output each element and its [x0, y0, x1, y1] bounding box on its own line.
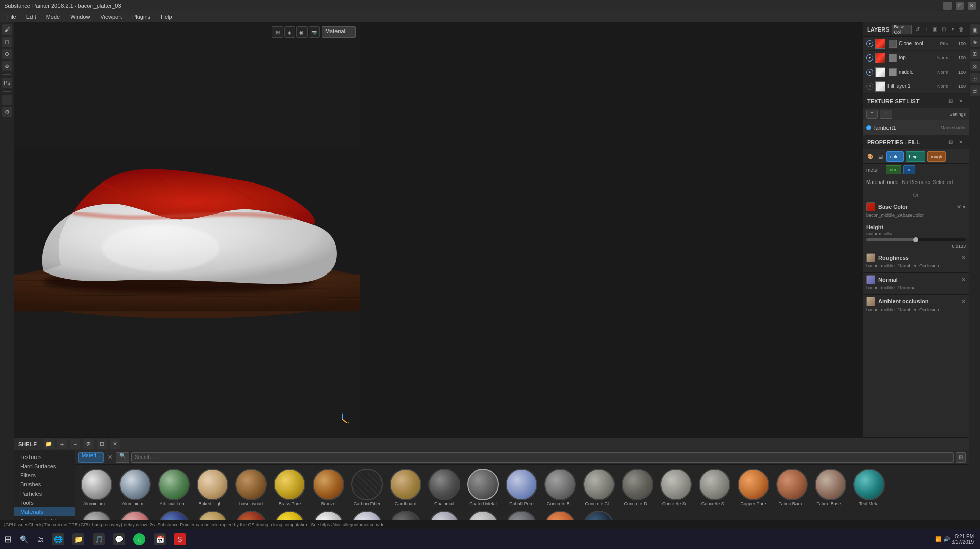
shelf-grid-toggle[interactable]: ⊞: [956, 452, 966, 463]
layer-top[interactable]: ● top Norm 100: [863, 51, 969, 65]
taskbar-app3[interactable]: 🎵: [88, 529, 109, 550]
menu-plugins[interactable]: Plugins: [127, 13, 156, 21]
layer-eye-fill[interactable]: ○: [866, 83, 873, 90]
menu-window[interactable]: Window: [65, 13, 95, 21]
material-item-4[interactable]: base_wood: [234, 469, 268, 507]
channel-rough-btn[interactable]: rough: [927, 151, 946, 162]
shelf-folder-icon[interactable]: 📁: [44, 439, 54, 449]
right-tool-3[interactable]: ⊞: [970, 49, 980, 59]
layer-fill-1[interactable]: ○ Fill layer 1 Norm 100: [863, 79, 969, 94]
ao-swatch[interactable]: [866, 297, 875, 306]
texset-remove-btn[interactable]: −: [880, 110, 892, 119]
texset-settings-btn[interactable]: Settings: [949, 112, 966, 117]
shelf-cat-hard-surfaces[interactable]: Hard Surfaces: [14, 462, 75, 471]
tool-select[interactable]: ⊕: [2, 49, 12, 59]
shelf-del-icon[interactable]: −: [70, 439, 80, 449]
props-color-icon[interactable]: 🎨: [866, 152, 874, 161]
material-item-11[interactable]: Cobalt Pure: [504, 469, 539, 507]
menu-edit[interactable]: Edit: [21, 13, 41, 21]
material-item-7[interactable]: Carbon Fiber: [350, 469, 384, 507]
base-color-close[interactable]: ✕ ▾: [957, 204, 966, 210]
viewport-snapshot-icon[interactable]: 📷: [309, 26, 320, 38]
shelf-filter-close[interactable]: ✕: [106, 453, 114, 462]
props-close-icon[interactable]: ✕: [957, 138, 965, 146]
tool-paint[interactable]: 🖌: [2, 24, 12, 35]
normal-close[interactable]: ✕: [961, 277, 966, 283]
right-tool-6[interactable]: ⊟: [970, 85, 980, 96]
right-tool-4[interactable]: ⊠: [970, 61, 980, 71]
channel-nrm-tag[interactable]: nrm: [886, 165, 901, 174]
tool-eraser[interactable]: ◻: [2, 37, 12, 47]
menu-mode[interactable]: Mode: [41, 13, 66, 21]
material-mode-dropdown[interactable]: Material: [322, 26, 356, 38]
props-height-icon[interactable]: ⬓: [876, 152, 884, 161]
shelf-add-icon[interactable]: +: [57, 439, 67, 449]
taskbar-spotify[interactable]: ♫: [129, 529, 149, 550]
texset-shader[interactable]: Main shader: [940, 125, 966, 130]
layer-clone-tool[interactable]: ● Clone_tool Pthr 100: [863, 37, 969, 51]
maximize-button[interactable]: □: [956, 2, 964, 10]
taskbar-app4[interactable]: 💬: [109, 529, 129, 550]
material-item-9[interactable]: Chainmail: [427, 469, 462, 507]
layers-effect-icon[interactable]: ✦: [949, 25, 956, 34]
base-color-swatch[interactable]: [866, 202, 875, 211]
layers-del-icon[interactable]: 🗑: [958, 25, 965, 34]
material-item-5[interactable]: Brass Pure: [272, 469, 307, 507]
close-button[interactable]: ✕: [968, 2, 976, 10]
taskbar-app5[interactable]: 📅: [149, 529, 170, 550]
roughness-close[interactable]: ✕: [961, 255, 966, 261]
tool-layers[interactable]: ≡: [2, 95, 12, 105]
material-item-19[interactable]: Fabric Base...: [813, 469, 848, 507]
viewport-light-icon[interactable]: ◉: [296, 26, 308, 38]
shelf-expand-icon[interactable]: ⊞: [97, 439, 107, 449]
layer-middle[interactable]: ● middle Norm 100: [863, 65, 969, 79]
tool-transform[interactable]: ✥: [2, 61, 12, 71]
shelf-filter-icon[interactable]: ⚗: [83, 439, 94, 449]
material-item-16[interactable]: Concrete S...: [697, 469, 732, 507]
material-item-12[interactable]: Concrete B...: [543, 469, 577, 507]
shelf-cat-filters[interactable]: Filters: [14, 471, 75, 480]
tool-settings[interactable]: ⚙: [2, 107, 12, 117]
menu-file[interactable]: File: [2, 13, 21, 21]
material-item-20[interactable]: Teal Metal: [852, 469, 886, 507]
texset-lambert1[interactable]: lambert1 Main shader: [863, 120, 969, 135]
shelf-cat-particles[interactable]: Particles: [14, 489, 75, 498]
material-item-13[interactable]: Concrete Cl...: [581, 469, 616, 507]
material-item-2[interactable]: Artificial Lea...: [157, 469, 191, 507]
texset-close-icon[interactable]: ✕: [957, 97, 965, 105]
material-item-15[interactable]: Concrete Si...: [659, 469, 693, 507]
material-item-8[interactable]: Cardboard: [388, 469, 423, 507]
shelf-close-icon[interactable]: ✕: [110, 439, 120, 449]
taskbar-explorer[interactable]: 📁: [68, 529, 88, 550]
shelf-cat-textures[interactable]: Textures: [14, 452, 75, 462]
material-item-1[interactable]: Aluminium ...: [118, 469, 152, 507]
taskbar-app6[interactable]: S: [170, 529, 190, 550]
layers-mask-icon[interactable]: ⊡: [940, 25, 947, 34]
material-item-6[interactable]: Bronze: [311, 469, 346, 507]
material-item-10[interactable]: Coated Metal: [466, 469, 500, 507]
base-col-dropdown[interactable]: Base Col: [892, 25, 912, 34]
props-expand-icon[interactable]: ⊞: [946, 138, 955, 146]
material-item-14[interactable]: Concrete D...: [620, 469, 655, 507]
taskbar-search[interactable]: 🔍: [16, 529, 33, 550]
layer-eye-middle[interactable]: ●: [866, 69, 873, 76]
ao-close[interactable]: ✕: [961, 298, 966, 305]
right-tool-1[interactable]: ▣: [970, 24, 980, 35]
channel-ao-tag[interactable]: ao: [903, 165, 915, 174]
minimize-button[interactable]: ─: [943, 2, 952, 10]
layers-folder-icon[interactable]: ▣: [932, 25, 938, 34]
shelf-search-icon[interactable]: 🔍: [116, 452, 129, 463]
layer-eye-clone[interactable]: ●: [866, 40, 873, 47]
material-item-0[interactable]: Aluminium ...: [79, 469, 114, 507]
shelf-filter-materi[interactable]: Materi...: [78, 452, 104, 463]
menu-help[interactable]: Help: [156, 13, 177, 21]
height-slider[interactable]: [866, 238, 966, 241]
right-tool-2[interactable]: ◈: [970, 37, 980, 47]
normal-swatch[interactable]: [866, 275, 875, 284]
material-item-18[interactable]: Fabric Bam...: [775, 469, 809, 507]
layers-refresh-icon[interactable]: ↺: [914, 25, 921, 34]
layers-add-icon[interactable]: +: [923, 25, 929, 34]
shelf-cat-tools[interactable]: Tools: [14, 498, 75, 507]
texset-add-btn[interactable]: +: [866, 110, 878, 119]
shelf-cat-materials[interactable]: Materials: [14, 507, 75, 516]
